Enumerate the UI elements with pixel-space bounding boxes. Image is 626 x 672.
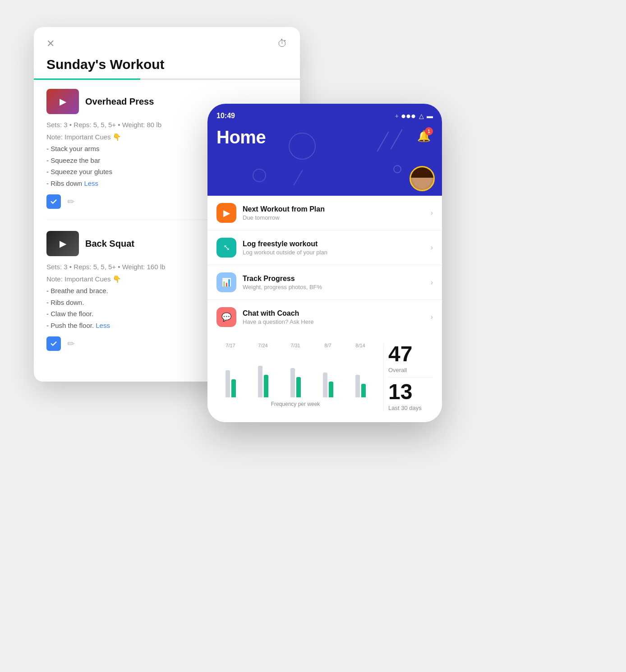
exercise-name: Back Squat [85,239,134,249]
bar-gray [258,366,262,397]
last30-value: 13 [388,381,433,403]
menu-text: Chat with Coach Have a question? Ask Her… [243,309,431,325]
chevron-right-icon: › [431,313,433,321]
wifi-icon: △ [419,112,424,120]
timer-icon[interactable]: ⏱ [277,38,287,50]
play-icon: ▶ [60,96,66,107]
menu-item-title: Next Workout from Plan [243,205,431,213]
note-text: Important Cues 👇 [64,133,121,141]
bar-green [231,379,236,397]
chart-bars: 7/17 7/24 7/31 [216,343,374,397]
chart-section: 7/17 7/24 7/31 [207,334,442,422]
close-button[interactable]: ✕ [46,38,55,50]
bar-label: 7/24 [258,343,267,348]
add-icon: + [395,112,399,120]
bar-gray [290,368,295,397]
less-link[interactable]: Less [84,180,98,187]
chat-icon-wrap: 💬 [216,307,236,327]
overall-value: 47 [388,343,433,365]
workout-title: Sunday's Workout [46,57,287,72]
menu-item-subtitle: Due tomorrow [243,214,431,221]
note-label: Note: [46,275,63,283]
bar-label: 7/17 [226,343,235,348]
menu-text: Next Workout from Plan Due tomorrow [243,205,431,221]
menu-item-subtitle: Log workout outside of your plan [243,249,431,256]
checkmark-icon [50,340,58,348]
exercise-thumbnail[interactable]: ▶ [46,231,79,256]
chevron-right-icon: › [431,278,433,286]
bar-group: 8/14 [346,343,374,397]
notification-badge: 1 [425,127,433,135]
workout-header: ✕ ⏱ Sunday's Workout [34,27,300,80]
log-freestyle-icon-wrap: ⤡ [216,238,236,258]
mobile-card: 10:49 + ⬤⬤⬤ △ ▬ Home 🔔 1 [207,104,442,422]
stat-divider [388,377,433,377]
note-label: Note: [46,133,63,141]
bar-green [264,375,268,397]
bar-group: 7/24 [249,343,277,397]
chevron-right-icon: › [431,244,433,252]
track-progress-item[interactable]: 📊 Track Progress Weight, progress photos… [207,265,442,300]
menu-item-title: Track Progress [243,275,431,283]
check-button[interactable] [46,194,61,209]
overall-label: Overall [388,367,433,373]
stats-area: 47 Overall 13 Last 30 days [383,343,433,411]
chat-coach-item[interactable]: 💬 Chat with Coach Have a question? Ask H… [207,300,442,334]
bar-green [296,377,301,397]
check-button[interactable] [46,336,61,351]
bar-green [361,384,366,397]
status-time: 10:49 [216,112,235,120]
checkmark-icon [50,198,58,206]
progress-bar-container [34,78,300,80]
bar-group: 7/31 [281,343,309,397]
next-workout-item[interactable]: ▶ Next Workout from Plan Due tomorrow › [207,196,442,230]
chevron-right-icon: › [431,209,433,217]
menu-item-subtitle: Have a question? Ask Here [243,318,431,325]
bar-label: 7/31 [290,343,300,348]
home-title: Home [216,127,266,147]
menu-item-title: Log freestyle workout [243,240,431,248]
bar-label: 8/14 [355,343,365,348]
last30-label: Last 30 days [388,405,433,411]
menu-list: ▶ Next Workout from Plan Due tomorrow › … [207,196,442,334]
chart-x-label: Frequency per week [216,401,374,407]
avatar[interactable] [410,166,435,191]
bar-group: 7/17 [216,343,244,397]
play-icon: ▶ [223,207,230,218]
bar-green [329,382,333,397]
home-header: Home 🔔 1 [207,124,442,196]
bar-gray [323,373,327,397]
progress-bar-fill [34,78,140,80]
note-text: Important Cues 👇 [64,275,121,283]
menu-item-title: Chat with Coach [243,309,431,318]
next-workout-icon-wrap: ▶ [216,203,236,223]
status-bar: 10:49 + ⬤⬤⬤ △ ▬ [207,104,442,124]
log-freestyle-item[interactable]: ⤡ Log freestyle workout Log workout outs… [207,230,442,265]
play-icon: ▶ [60,238,66,249]
chart-area: 7/17 7/24 7/31 [216,343,374,411]
bar-group: 8/7 [314,343,342,397]
track-progress-icon-wrap: 📊 [216,272,236,292]
bar-label: 8/7 [324,343,331,348]
chat-icon: 💬 [221,312,231,322]
less-link[interactable]: Less [96,322,110,329]
signal-dots-icon: ⬤⬤⬤ [401,114,416,118]
exercise-thumbnail[interactable]: ▶ [46,89,79,114]
edit-button[interactable]: ✏ [67,196,75,207]
menu-item-subtitle: Weight, progress photos, BF% [243,284,431,290]
status-icons: + ⬤⬤⬤ △ ▬ [395,112,433,120]
exercise-name: Overhead Press [85,97,154,107]
battery-icon: ▬ [427,112,433,120]
bar-gray [226,370,230,397]
menu-text: Track Progress Weight, progress photos, … [243,275,431,290]
chart-icon: 📊 [221,277,231,287]
edit-button[interactable]: ✏ [67,338,75,349]
menu-text: Log freestyle workout Log workout outsid… [243,240,431,256]
arrows-icon: ⤡ [223,243,230,253]
bar-gray [355,375,360,397]
notification-button[interactable]: 🔔 1 [415,127,433,145]
